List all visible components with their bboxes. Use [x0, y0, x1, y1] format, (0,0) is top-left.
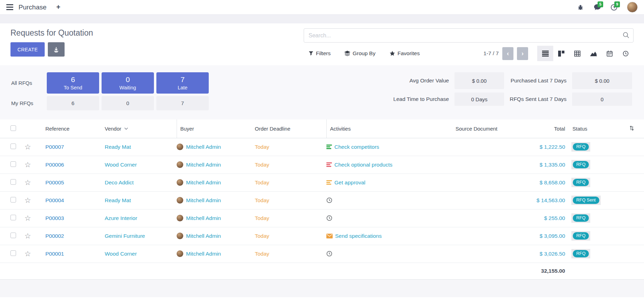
column-header-total[interactable]: Total	[522, 119, 567, 138]
activities-icon[interactable]: 9	[610, 3, 618, 11]
search-input[interactable]	[304, 28, 634, 43]
vendor-link[interactable]: Gemini Furniture	[105, 233, 145, 239]
reference-link[interactable]: P00006	[45, 162, 64, 168]
vendor-link[interactable]: Deco Addict	[105, 179, 134, 185]
kpi-waiting-button[interactable]: 0 Waiting	[102, 72, 154, 94]
filters-button[interactable]: Filters	[309, 50, 331, 57]
activity-cell-content[interactable]: Check competitors	[326, 144, 431, 150]
messages-icon[interactable]: 5	[593, 3, 601, 11]
my-to-send-button[interactable]: 6	[47, 96, 99, 110]
row-checkbox[interactable]	[10, 250, 16, 256]
star-icon	[390, 51, 395, 56]
reference-link[interactable]: P00003	[45, 215, 64, 221]
buyer-link[interactable]: Mitchell Admin	[186, 144, 221, 150]
activity-clock-icon	[326, 215, 332, 221]
reference-link[interactable]: P00001	[45, 251, 64, 257]
row-checkbox[interactable]	[10, 144, 16, 149]
graph-view-button[interactable]	[585, 46, 601, 61]
search-icon[interactable]	[623, 32, 629, 38]
reference-link[interactable]: P00002	[45, 233, 64, 239]
row-checkbox[interactable]	[10, 161, 16, 167]
row-checkbox[interactable]	[10, 215, 16, 220]
activity-cell-content[interactable]: Check optional products	[326, 162, 431, 168]
column-header-activities[interactable]: Activities	[326, 119, 431, 138]
apps-menu-icon[interactable]	[6, 4, 13, 10]
list-view-button[interactable]	[537, 46, 553, 61]
table-row[interactable]: ☆ P00005 Deco Addict Mitchell Admin Toda…	[0, 174, 644, 191]
activity-view-button[interactable]	[617, 46, 634, 61]
my-late-button[interactable]: 7	[156, 96, 209, 110]
vendor-link[interactable]: Wood Corner	[105, 162, 137, 168]
export-button[interactable]	[48, 42, 65, 57]
activity-label: Check competitors	[334, 144, 379, 150]
group-by-button[interactable]: Group By	[345, 50, 375, 57]
favorite-star-icon[interactable]: ☆	[24, 250, 31, 258]
debug-bug-icon[interactable]	[577, 3, 584, 11]
activity-view-icon	[623, 51, 629, 57]
column-header-buyer[interactable]: Buyer	[177, 119, 255, 138]
activity-cell-content[interactable]: Send specifications	[326, 233, 431, 239]
user-avatar[interactable]	[627, 2, 638, 13]
vendor-link[interactable]: Wood Corner	[105, 251, 137, 257]
stat-lead-time-label: Lead Time to Purchase	[393, 96, 449, 102]
activity-label: Check optional products	[334, 162, 392, 168]
buyer-link[interactable]: Mitchell Admin	[186, 251, 221, 257]
vendor-link[interactable]: Ready Mat	[105, 144, 131, 150]
pager-value[interactable]: 1-7 / 7	[483, 50, 499, 57]
stat-avg-order-value: $ 0.00	[454, 72, 504, 89]
kpi-to-send-button[interactable]: 6 To Send	[47, 72, 99, 94]
kpi-late-button[interactable]: 7 Late	[156, 72, 209, 94]
reference-link[interactable]: P00004	[45, 197, 64, 203]
pager-next-button[interactable]: ›	[517, 47, 528, 60]
reference-link[interactable]: P00007	[45, 144, 64, 150]
favorite-star-icon[interactable]: ☆	[24, 143, 31, 151]
table-row[interactable]: ☆ P00004 Ready Mat Mitchell Admin Today …	[0, 191, 644, 209]
new-tab-button[interactable]: +	[56, 3, 60, 11]
column-header-vendor[interactable]: Vendor	[105, 119, 177, 138]
calendar-view-button[interactable]	[601, 46, 617, 61]
vendor-link[interactable]: Azure Interior	[105, 215, 137, 221]
kanban-view-button[interactable]	[553, 46, 569, 61]
favorite-star-icon[interactable]: ☆	[24, 178, 31, 186]
optional-columns-icon[interactable]	[629, 125, 635, 131]
favorite-star-icon[interactable]: ☆	[24, 214, 31, 222]
status-badge: RFQ	[571, 249, 590, 259]
select-all-checkbox[interactable]	[10, 125, 16, 131]
pivot-view-button[interactable]	[569, 46, 585, 61]
activity-cell-content[interactable]	[326, 251, 431, 257]
column-header-status[interactable]: Status	[567, 119, 620, 138]
buyer-link[interactable]: Mitchell Admin	[186, 197, 221, 204]
favorites-button[interactable]: Favorites	[390, 50, 420, 57]
table-row[interactable]: ☆ P00001 Wood Corner Mitchell Admin Toda…	[0, 245, 644, 263]
table-row[interactable]: ☆ P00002 Gemini Furniture Mitchell Admin…	[0, 227, 644, 245]
vendor-link[interactable]: Ready Mat	[105, 197, 131, 203]
activity-cell-content[interactable]: Get approval	[326, 179, 431, 186]
pager-previous-button[interactable]: ‹	[502, 47, 513, 60]
my-waiting-button[interactable]: 0	[102, 96, 154, 110]
buyer-link[interactable]: Mitchell Admin	[186, 215, 221, 221]
source-document	[431, 138, 522, 156]
app-title[interactable]: Purchase	[18, 3, 46, 11]
favorite-star-icon[interactable]: ☆	[24, 232, 31, 240]
buyer-link[interactable]: Mitchell Admin	[186, 162, 221, 168]
buyer-avatar	[177, 233, 183, 239]
favorite-star-icon[interactable]: ☆	[24, 161, 31, 169]
row-checkbox[interactable]	[10, 197, 16, 203]
order-deadline: Today	[255, 179, 269, 185]
favorite-star-icon[interactable]: ☆	[24, 196, 31, 204]
buyer-link[interactable]: Mitchell Admin	[186, 179, 221, 186]
activity-cell-content[interactable]	[326, 215, 431, 221]
column-header-order-deadline[interactable]: Order Deadline	[255, 119, 326, 138]
row-checkbox[interactable]	[10, 179, 16, 185]
table-row[interactable]: ☆ P00003 Azure Interior Mitchell Admin T…	[0, 209, 644, 227]
column-header-source-document[interactable]: Source Document	[431, 119, 522, 138]
table-row[interactable]: ☆ P00006 Wood Corner Mitchell Admin Toda…	[0, 156, 644, 174]
reference-link[interactable]: P00005	[45, 179, 64, 185]
buyer-link[interactable]: Mitchell Admin	[186, 233, 221, 239]
create-button[interactable]: CREATE	[10, 42, 45, 57]
all-rfqs-label: All RFQs	[11, 80, 44, 86]
table-row[interactable]: ☆ P00007 Ready Mat Mitchell Admin Today …	[0, 138, 644, 156]
column-header-reference[interactable]: Reference	[45, 119, 105, 138]
activity-cell-content[interactable]	[326, 197, 431, 203]
row-checkbox[interactable]	[10, 233, 16, 238]
